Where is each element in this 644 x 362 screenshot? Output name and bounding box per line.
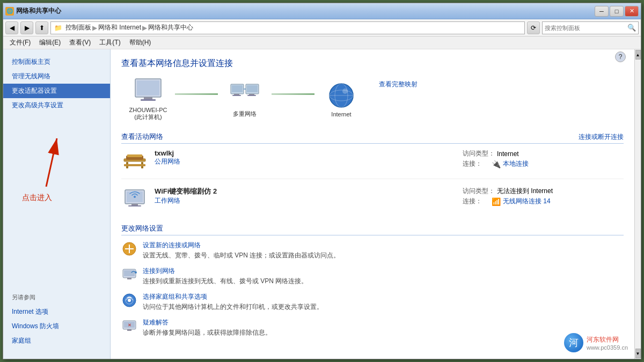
address-bar: ◀ ▶ ⬆ 📁 控制面板 ▶ 网络和 Internet ▶ 网络和共享中心 ⟳ … <box>3 19 641 36</box>
network-row-1: txwlkj 公用网络 访问类型： Internet 连接： 🔌 本地连接 <box>121 149 624 179</box>
setting-link-4[interactable]: 疑难解答 <box>143 318 624 327</box>
breadcrumb-item-3[interactable]: 网络和 Internet <box>98 23 141 32</box>
search-box[interactable]: 🔍 <box>542 21 639 34</box>
menu-help[interactable]: 帮助(H) <box>125 37 156 48</box>
svg-rect-6 <box>141 99 156 101</box>
setting-desc-1: 设置无线、宽带、拨号、临时或 VPN 连接；或设置路由器或访问点。 <box>143 252 340 259</box>
svg-rect-10 <box>232 95 241 96</box>
panel-title: 查看基本网络信息并设置连接 <box>121 58 624 69</box>
setting-content-3: 选择家庭组和共享选项 访问位于其他网络计算机上的文件和打印机，或更改共享设置。 <box>143 292 624 312</box>
sidebar-item-firewall[interactable]: Windows 防火墙 <box>12 319 101 334</box>
network-2-name: WiFi键变韩缩剧仿 2 <box>155 187 463 196</box>
forward-button[interactable]: ▶ <box>20 21 33 34</box>
menu-edit[interactable]: 编辑(E) <box>35 37 65 48</box>
connect-icon-1: 🔌 <box>492 160 501 168</box>
connect-label-1: 连接： <box>463 159 489 168</box>
scroll-up[interactable]: ▲ <box>635 50 641 60</box>
close-button[interactable]: ✕ <box>625 6 639 17</box>
connect-value-2[interactable]: 无线网络连接 14 <box>503 197 551 206</box>
address-field[interactable]: 📁 控制面板 ▶ 网络和 Internet ▶ 网络和共享中心 <box>50 21 525 34</box>
setting-icon-1 <box>121 241 137 257</box>
network-2-icon <box>121 187 148 211</box>
menu-bar: 文件(F) 编辑(E) 查看(V) 工具(T) 帮助(H) <box>3 36 641 49</box>
setting-content-1: 设置新的连接或网络 设置无线、宽带、拨号、临时或 VPN 连接；或设置路由器或访… <box>143 241 624 260</box>
minimize-button[interactable]: ─ <box>595 6 609 17</box>
setting-link-2[interactable]: 连接到网络 <box>143 267 624 276</box>
window-controls: ─ □ ✕ <box>595 6 639 17</box>
network-1-type[interactable]: 公用网络 <box>155 158 180 165</box>
setting-link-3[interactable]: 选择家庭组和共享选项 <box>143 292 624 301</box>
diagram-node-pc: ZHOUWEI-PC(此计算机) <box>121 78 175 121</box>
main-panel: ? 查看基本网络信息并设置连接 <box>111 49 634 359</box>
sep-2: ▶ <box>142 24 147 32</box>
search-icon[interactable]: 🔍 <box>627 24 636 32</box>
setting-link-1[interactable]: 设置新的连接或网络 <box>143 241 624 250</box>
breadcrumb-item-4[interactable]: 网络和共享中心 <box>148 23 193 32</box>
access-value-2: 无法连接到 Internet <box>497 187 553 196</box>
menu-view[interactable]: 查看(V) <box>65 37 95 48</box>
watermark-site-name: 河东软件网 <box>587 335 628 344</box>
setting-item-2: 连接到网络 连接到或重新连接到无线、有线、拨号或 VPN 网络连接。 <box>121 267 624 286</box>
settings-title: 更改网络设置 <box>121 224 163 233</box>
setting-icon-4: ✕ <box>121 318 137 334</box>
breadcrumb-item-1[interactable]: 📁 <box>54 24 62 32</box>
watermark-text-container: 河东软件网 www.pc0359.cn <box>587 335 628 351</box>
annotation-container: 点击进入 <box>3 122 110 219</box>
multi-network-icon <box>229 81 261 108</box>
watermark-url: www.pc0359.cn <box>587 344 628 351</box>
sidebar: 控制面板主页 管理无线网络 更改适配器设置 更改高级共享设置 点击进入 <box>3 49 111 359</box>
sidebar-item-sharing[interactable]: 更改高级共享设置 <box>3 98 110 113</box>
pc-icon <box>132 78 164 105</box>
sidebar-item-homegroup[interactable]: 家庭组 <box>12 334 101 348</box>
svg-rect-24 <box>124 164 145 166</box>
menu-tools[interactable]: 工具(T) <box>95 37 125 48</box>
search-input[interactable] <box>545 25 627 31</box>
up-button[interactable]: ⬆ <box>35 21 48 34</box>
main-window: 🌐 网络和共享中心 ─ □ ✕ ◀ ▶ ⬆ 📁 控制面板 ▶ 网络和 Inter… <box>3 3 641 359</box>
network-1-access: 访问类型： Internet <box>463 149 624 158</box>
also-title: 另请参阅 <box>12 293 101 301</box>
sidebar-item-home[interactable]: 控制面板主页 <box>3 55 110 69</box>
full-map-container: 查看完整映射 <box>379 80 418 89</box>
network-1-details: 访问类型： Internet 连接： 🔌 本地连接 <box>463 149 624 168</box>
network-2-details: 访问类型： 无法连接到 Internet 连接： 📶 无线网络连接 14 <box>463 187 624 206</box>
settings-section: 更改网络设置 设置新的连接或网络 设置无线、宽带、拨号、临时或 VPN 连接；或… <box>121 224 624 337</box>
setting-desc-3: 访问位于其他网络计算机上的文件和打印机，或更改共享设置。 <box>143 303 323 311</box>
title-bar-left: 🌐 网络和共享中心 <box>5 6 61 16</box>
sidebar-item-wireless[interactable]: 管理无线网络 <box>3 69 110 84</box>
breadcrumb: 📁 控制面板 ▶ 网络和 Internet ▶ 网络和共享中心 <box>54 23 193 32</box>
scroll-down[interactable]: ▼ <box>635 349 641 358</box>
diagram-multi-label: 多重网络 <box>233 110 257 118</box>
setting-desc-4: 诊断并修复网络问题，或获得故障排除信息。 <box>143 329 272 336</box>
sidebar-item-internet-options[interactable]: Internet 选项 <box>12 305 101 319</box>
diagram-pc-label: ZHOUWEI-PC(此计算机) <box>129 107 167 121</box>
back-button[interactable]: ◀ <box>5 21 18 34</box>
setting-item-1: 设置新的连接或网络 设置无线、宽带、拨号、临时或 VPN 连接；或设置路由器或访… <box>121 241 624 260</box>
right-scrollbar[interactable]: ▲ ▼ <box>634 49 641 359</box>
refresh-button[interactable]: ⟳ <box>527 21 540 34</box>
svg-line-1 <box>46 138 57 187</box>
svg-rect-30 <box>128 205 141 206</box>
network-2-connect: 连接： 📶 无线网络连接 14 <box>463 197 624 206</box>
setting-item-4: ✕ 疑难解答 诊断并修复网络问题，或获得故障排除信息。 <box>121 318 624 337</box>
svg-rect-44 <box>127 329 131 331</box>
menu-file[interactable]: 文件(F) <box>5 37 35 48</box>
svg-rect-14 <box>247 95 256 96</box>
breadcrumb-item-2[interactable]: 控制面板 <box>65 23 91 32</box>
connect-value-1[interactable]: 本地连接 <box>503 159 529 168</box>
network-2-access: 访问类型： 无法连接到 Internet <box>463 187 624 196</box>
svg-rect-12 <box>247 85 258 92</box>
full-map-link[interactable]: 查看完整映射 <box>379 80 418 88</box>
diagram-connector-1 <box>175 93 218 95</box>
svg-rect-8 <box>232 85 243 92</box>
title-bar: 🌐 网络和共享中心 ─ □ ✕ <box>3 3 641 19</box>
network-1-icon <box>121 149 148 173</box>
network-2-type[interactable]: 工作网络 <box>155 197 180 204</box>
setting-icon-3 <box>121 292 137 308</box>
svg-rect-37 <box>127 278 131 279</box>
help-button[interactable]: ? <box>615 51 626 62</box>
active-network-header: 查看活动网络 连接或断开连接 <box>121 132 624 144</box>
maximize-button[interactable]: □ <box>610 6 624 17</box>
disconnect-link[interactable]: 连接或断开连接 <box>579 132 624 142</box>
sidebar-item-adapter[interactable]: 更改适配器设置 <box>3 84 110 98</box>
